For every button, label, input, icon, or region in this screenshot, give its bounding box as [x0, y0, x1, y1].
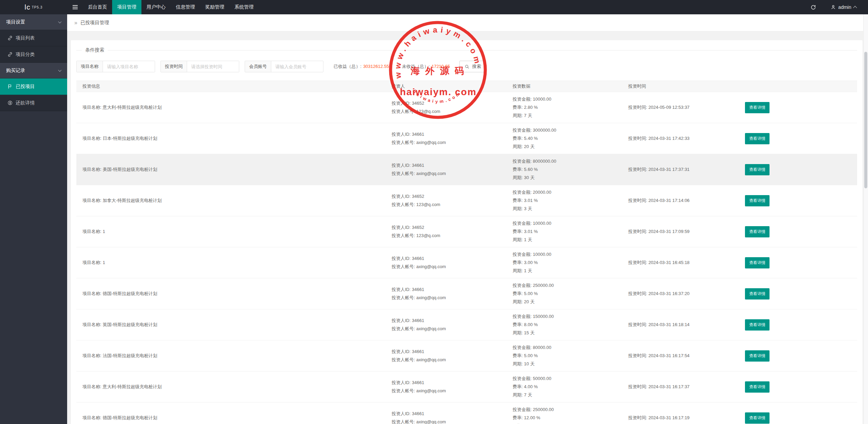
- view-detail-button[interactable]: 查看详情: [745, 288, 770, 299]
- cell-investor: 投资人ID: 34661投资人帐号: axing@qq.com: [385, 251, 506, 274]
- stat-value: 30312612.55: [363, 64, 389, 69]
- cell-time: 投资时间: 2024-03-31 17:37:31: [622, 162, 740, 177]
- cell-project: 项目名称: 意大利-特斯拉超级充电桩计划: [76, 380, 385, 394]
- nav-item-0[interactable]: 后台首页: [83, 0, 112, 14]
- cell-operate: 查看详情: [740, 285, 857, 303]
- cell-time: 投资时间: 2024-05-09 12:53:37: [622, 100, 740, 115]
- search-input-0[interactable]: [103, 61, 155, 72]
- table-row-2: 项目名称: 美国-特斯拉超级充电桩计划投资人ID: 34661投资人帐号: ax…: [76, 154, 857, 185]
- chevron-down-icon: [58, 68, 62, 72]
- view-detail-button[interactable]: 查看详情: [745, 226, 770, 237]
- nav-item-2[interactable]: 用户中心: [141, 0, 171, 14]
- view-detail-button[interactable]: 查看详情: [745, 164, 770, 175]
- view-detail-button[interactable]: 查看详情: [745, 102, 770, 113]
- breadcrumb-separator-icon: »: [74, 20, 77, 26]
- cell-investor: 投资人ID: 34661投资人帐号: axing@qq.com: [385, 158, 506, 181]
- cell-time: 投资时间: 2024-03-31 17:14:06: [622, 193, 740, 208]
- cell-operate: 查看详情: [740, 254, 857, 272]
- table-row-10: 项目名称: 德国-特斯拉超级充电桩计划投资人ID: 34661投资人帐号: ax…: [76, 403, 857, 424]
- main-area: » 已投项目管理 条件搜索 项目名称投资时间会员账号 已收益（总）:303126…: [67, 14, 868, 424]
- invest-table: 投资信息投资人投资数据投资时间 项目名称: 意大利-特斯拉超级充电桩计划投资人I…: [76, 81, 857, 424]
- search-input-1[interactable]: [187, 61, 239, 72]
- cell-operate: 查看详情: [740, 223, 857, 240]
- search-input-2[interactable]: [271, 61, 323, 72]
- nav-item-1[interactable]: 项目管理: [112, 0, 141, 14]
- nav-item-3[interactable]: 信息管理: [171, 0, 200, 14]
- cell-project: 项目名称: 加拿大-特斯拉超级充电桩计划: [76, 193, 385, 208]
- table-row-4: 项目名称: 1投资人ID: 34652投资人帐号: 123@q.com投资金额:…: [76, 216, 857, 247]
- cell-invest-data: 投资金额: 8000000.00费率: 5.60 %周期: 30 天: [506, 154, 622, 185]
- sidebar-item-1-0[interactable]: 已投项目: [0, 78, 67, 95]
- view-detail-button[interactable]: 查看详情: [745, 133, 770, 144]
- logo-text: lc: [25, 3, 30, 11]
- cell-operate: 查看详情: [740, 316, 857, 334]
- top-header: lc TP5.3 后台首页项目管理用户中心信息管理奖励管理系统管理 admin: [0, 0, 868, 14]
- cell-project: 项目名称: 英国-特斯拉超级充电桩计划: [76, 318, 385, 332]
- sidebar-item-0-0[interactable]: 项目列表: [0, 30, 67, 46]
- cell-time: 投资时间: 2024-03-31 17:09:59: [622, 224, 740, 239]
- cell-invest-data: 投资金额: 150000.00费率: 8.00 %周期: 15 天: [506, 309, 622, 340]
- cell-investor: 投资人ID: 34661投资人帐号: axing@qq.com: [385, 282, 506, 305]
- cell-invest-data: 投资金额: 10000.00费率: 3.01 %周期: 1 天: [506, 216, 622, 247]
- view-detail-button[interactable]: 查看详情: [745, 381, 770, 393]
- hamburger-icon[interactable]: [67, 0, 83, 14]
- table-row-9: 项目名称: 意大利-特斯拉超级充电桩计划投资人ID: 34661投资人帐号: a…: [76, 371, 857, 403]
- search-button[interactable]: 搜索: [459, 61, 486, 72]
- table-col-header-0: 投资信息: [76, 83, 385, 89]
- nav-item-4[interactable]: 奖励管理: [200, 0, 229, 14]
- chevron-up-icon: [853, 6, 857, 10]
- search-icon: [465, 64, 470, 69]
- table-row-3: 项目名称: 加拿大-特斯拉超级充电桩计划投资人ID: 34652投资人帐号: 1…: [76, 185, 857, 216]
- cell-invest-data: 投资金额: 3000000.00费率: 5.40 %周期: 20 天: [506, 123, 622, 154]
- table-row-5: 项目名称: 1投资人ID: 34661投资人帐号: axing@qq.com投资…: [76, 247, 857, 278]
- search-field-0: 项目名称: [76, 61, 155, 72]
- table-col-header-2: 投资数据: [506, 83, 622, 89]
- table-row-8: 项目名称: 法国-特斯拉超级充电桩计划投资人ID: 34661投资人帐号: ax…: [76, 340, 857, 371]
- scrollbar-thumb[interactable]: [864, 52, 867, 188]
- cell-investor: 投资人ID: 34661投资人帐号: axing@qq.com: [385, 407, 506, 424]
- content-card: 条件搜索 项目名称投资时间会员账号 已收益（总）:30312612.55未收益（…: [71, 40, 863, 424]
- cell-invest-data: 投资金额: 250000.00费率: 12.00 %周期: 20 天: [506, 403, 622, 424]
- link-icon: [7, 35, 13, 41]
- sidebar-item-0-1[interactable]: 项目分类: [0, 46, 67, 63]
- cell-invest-data: 投资金额: 250000.00费率: 5.00 %周期: 20 天: [506, 278, 622, 309]
- cell-project: 项目名称: 德国-特斯拉超级充电桩计划: [76, 411, 385, 424]
- view-detail-button[interactable]: 查看详情: [745, 319, 770, 331]
- stat-value: 17210.65: [431, 64, 450, 69]
- view-detail-button[interactable]: 查看详情: [745, 350, 770, 362]
- cell-time: 投资时间: 2024-03-31 16:17:37: [622, 380, 740, 394]
- cell-project: 项目名称: 法国-特斯拉超级充电桩计划: [76, 349, 385, 363]
- user-icon: [831, 4, 836, 10]
- dollar-icon: [7, 100, 13, 105]
- cell-project: 项目名称: 日本-特斯拉超级充电桩计划: [76, 131, 385, 146]
- view-detail-button[interactable]: 查看详情: [745, 195, 770, 206]
- logo-version: TP5.3: [32, 5, 43, 9]
- cell-project: 项目名称: 1: [76, 224, 385, 239]
- view-detail-button[interactable]: 查看详情: [745, 257, 770, 268]
- refresh-icon[interactable]: [810, 4, 816, 10]
- user-menu[interactable]: admin: [831, 4, 856, 10]
- page-title: 已投项目管理: [80, 20, 109, 26]
- table-row-0: 项目名称: 意大利-特斯拉超级充电桩计划投资人ID: 34652投资人帐号: 1…: [76, 92, 857, 123]
- cell-project: 项目名称: 1: [76, 255, 385, 270]
- cell-project: 项目名称: 意大利-特斯拉超级充电桩计划: [76, 100, 385, 115]
- cell-operate: 查看详情: [740, 130, 857, 147]
- cell-investor: 投资人ID: 34652投资人帐号: 123@q.com: [385, 220, 506, 243]
- cell-operate: 查看详情: [740, 409, 857, 424]
- cell-operate: 查看详情: [740, 161, 857, 178]
- cell-investor: 投资人ID: 34661投资人帐号: axing@qq.com: [385, 313, 506, 336]
- cell-time: 投资时间: 2024-03-31 16:17:19: [622, 411, 740, 424]
- cell-time: 投资时间: 2024-03-31 16:37:20: [622, 287, 740, 301]
- table-row-7: 项目名称: 英国-特斯拉超级充电桩计划投资人ID: 34661投资人帐号: ax…: [76, 309, 857, 340]
- nav-item-5[interactable]: 系统管理: [229, 0, 259, 14]
- flag-icon: [7, 84, 13, 89]
- cell-invest-data: 投资金额: 10000.00费率: 3.00 %周期: 1 天: [506, 247, 622, 278]
- view-detail-button[interactable]: 查看详情: [745, 412, 770, 424]
- search-field-2: 会员账号: [245, 61, 323, 72]
- cell-invest-data: 投资金额: 10000.00费率: 2.80 %周期: 7 天: [506, 92, 622, 123]
- sidebar-group-title[interactable]: 项目设置: [0, 14, 67, 30]
- total-stat-1: 未收益（总）:17210.65: [402, 63, 450, 70]
- sidebar-group-title[interactable]: 购买记录: [0, 63, 67, 78]
- sidebar-item-1-1[interactable]: 还款详情: [0, 95, 67, 111]
- cell-investor: 投资人ID: 34661投资人帐号: axing@qq.com: [385, 345, 506, 367]
